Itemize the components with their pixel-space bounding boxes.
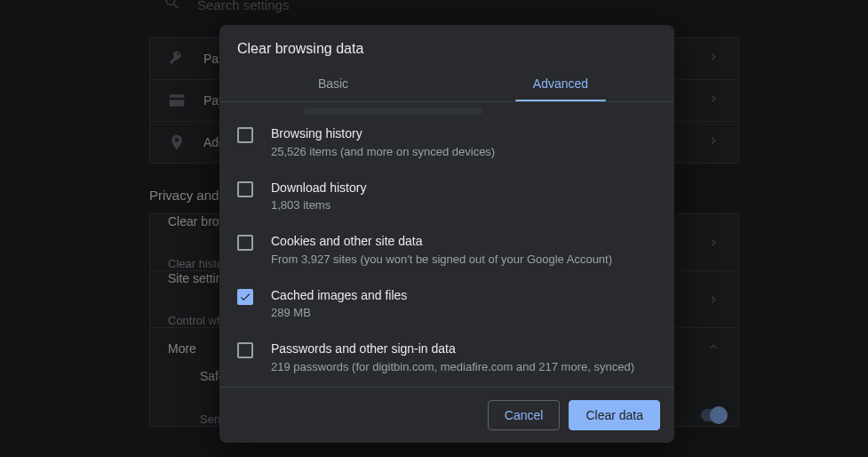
option-sub: 25,526 items (and more on synced devices… — [271, 145, 495, 158]
checkbox[interactable] — [237, 127, 253, 143]
option-passwords[interactable]: Passwords and other sign-in data 219 pas… — [219, 330, 674, 384]
checkbox[interactable] — [237, 235, 253, 251]
option-title: Browsing history — [271, 125, 495, 143]
option-sub: 1,803 items — [271, 198, 366, 212]
dialog-body: Browsing history 25,526 items (and more … — [219, 102, 674, 387]
option-browsing-history[interactable]: Browsing history 25,526 items (and more … — [219, 115, 674, 169]
option-sub: 289 MB — [271, 306, 407, 319]
dialog-tabs: Basic Advanced — [219, 68, 674, 102]
dialog-title: Clear browsing data — [219, 25, 674, 68]
option-cache[interactable]: Cached images and files 289 MB — [219, 277, 674, 331]
checkbox[interactable] — [237, 181, 253, 197]
option-title: Cookies and other site data — [271, 233, 612, 251]
tab-advanced[interactable]: Advanced — [447, 68, 674, 101]
option-title: Cached images and files — [271, 287, 407, 305]
tab-basic[interactable]: Basic — [219, 68, 447, 101]
time-range-select[interactable] — [305, 108, 482, 115]
option-title: Passwords and other sign-in data — [271, 341, 634, 358]
clear-data-dialog: Clear browsing data Basic Advanced Brows… — [219, 25, 674, 443]
checkbox[interactable] — [237, 342, 253, 358]
option-sub: 219 passwords (for digitbin.com, mediafi… — [271, 360, 634, 373]
dialog-footer: Cancel Clear data — [219, 387, 674, 443]
cancel-button[interactable]: Cancel — [488, 400, 561, 430]
option-title: Download history — [271, 180, 366, 197]
option-cookies[interactable]: Cookies and other site data From 3,927 s… — [219, 222, 674, 277]
option-download-history[interactable]: Download history 1,803 items — [219, 169, 674, 223]
checkbox[interactable] — [237, 289, 253, 305]
option-sub: From 3,927 sites (you won't be signed ou… — [271, 253, 612, 266]
clear-data-button[interactable]: Clear data — [569, 400, 660, 430]
